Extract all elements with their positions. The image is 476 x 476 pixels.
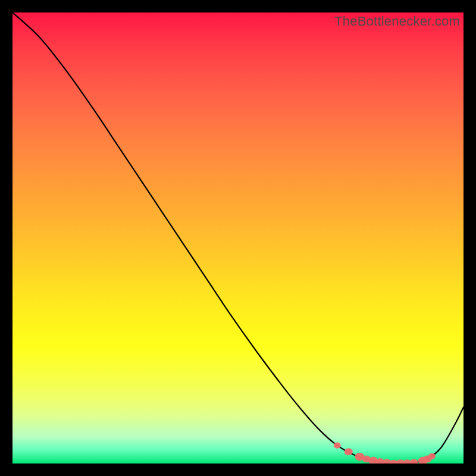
sweet-spot-dot xyxy=(428,453,436,459)
sweet-spot-dot xyxy=(410,459,418,464)
sweet-spot-dot xyxy=(345,448,353,455)
sweet-spot-dots xyxy=(334,443,436,464)
dots-layer xyxy=(12,12,464,464)
chart-frame: TheBottlenecker.com xyxy=(0,0,476,476)
sweet-spot-dot xyxy=(334,443,341,449)
watermark-text: TheBottlenecker.com xyxy=(334,14,460,29)
plot-area: TheBottlenecker.com xyxy=(12,12,464,464)
